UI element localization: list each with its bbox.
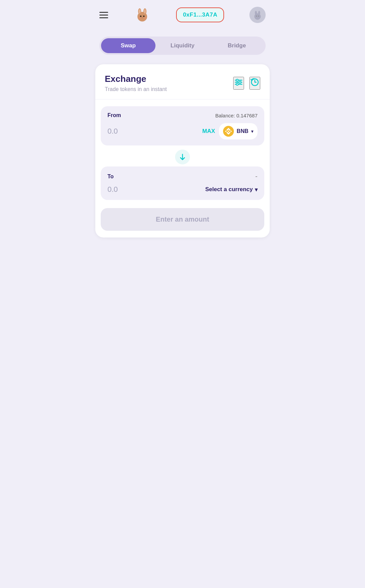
from-amount: 0.0	[107, 127, 118, 136]
bnb-selector-button[interactable]: BNB ▾	[219, 123, 258, 139]
currency-placeholder-text: Select a currency	[205, 186, 253, 193]
swap-direction-button[interactable]	[175, 150, 190, 164]
svg-point-7	[142, 17, 143, 18]
to-box-header: To -	[107, 173, 258, 180]
logo-icon	[133, 6, 151, 24]
bnb-token-name: BNB	[237, 128, 248, 134]
currency-chevron-icon: ▾	[255, 186, 258, 193]
from-token-box: From Balance: 0.147687 0.0 MAX BNB	[101, 106, 264, 145]
nav-tabs: Swap Liquidity Bridge	[99, 37, 266, 55]
swap-arrow-container	[101, 150, 264, 164]
to-amount: 0.0	[107, 185, 118, 194]
to-dash: -	[255, 173, 258, 180]
menu-button[interactable]	[99, 12, 108, 18]
svg-point-8	[138, 17, 141, 19]
from-token-actions: MAX BNB ▾	[202, 123, 258, 139]
currency-selector-button[interactable]: Select a currency ▾	[205, 186, 258, 193]
avatar[interactable]	[249, 7, 266, 23]
avatar-icon	[251, 9, 264, 21]
svg-point-11	[255, 11, 257, 15]
from-label: From	[107, 112, 121, 118]
card-actions	[233, 77, 260, 90]
app-header: 0xF1...3A7A	[91, 0, 274, 30]
from-balance: Balance: 0.147687	[215, 113, 258, 118]
svg-point-14	[258, 16, 259, 17]
tab-bridge[interactable]: Bridge	[210, 38, 264, 53]
bnb-icon	[223, 126, 234, 137]
to-label: To	[107, 174, 114, 180]
from-box-row: 0.0 MAX BNB ▾	[107, 123, 258, 139]
exchange-subtitle: Trade tokens in an instant	[105, 86, 167, 92]
card-title-group: Exchange Trade tokens in an instant	[105, 74, 167, 92]
to-token-box: To - 0.0 Select a currency ▾	[101, 166, 264, 200]
exchange-title: Exchange	[105, 74, 167, 84]
svg-point-6	[143, 16, 145, 17]
from-box-header: From Balance: 0.147687	[107, 112, 258, 118]
svg-point-12	[258, 11, 260, 15]
svg-point-13	[256, 16, 257, 17]
swap-down-arrow-icon	[179, 153, 186, 161]
svg-point-3	[139, 9, 140, 14]
history-button[interactable]	[249, 77, 260, 90]
logo	[133, 6, 151, 24]
card-header: Exchange Trade tokens in an instant	[95, 64, 270, 99]
tab-liquidity[interactable]: Liquidity	[155, 38, 210, 53]
enter-amount-button[interactable]: Enter an amount	[101, 208, 264, 231]
bnb-chevron-icon: ▾	[251, 129, 253, 134]
history-icon	[250, 77, 260, 87]
settings-button[interactable]	[233, 77, 244, 90]
wallet-address-button[interactable]: 0xF1...3A7A	[176, 7, 224, 22]
exchange-body: From Balance: 0.147687 0.0 MAX BNB	[95, 99, 270, 238]
exchange-card: Exchange Trade tokens in an instant	[95, 64, 270, 238]
tab-swap[interactable]: Swap	[101, 38, 155, 53]
to-box-row: 0.0 Select a currency ▾	[107, 185, 258, 194]
svg-point-4	[144, 9, 146, 14]
svg-point-18	[236, 79, 238, 81]
svg-point-9	[144, 17, 146, 19]
max-button[interactable]: MAX	[202, 128, 215, 135]
settings-icon	[234, 77, 243, 87]
svg-point-20	[236, 83, 238, 85]
svg-point-19	[239, 81, 241, 83]
svg-point-5	[140, 16, 142, 17]
